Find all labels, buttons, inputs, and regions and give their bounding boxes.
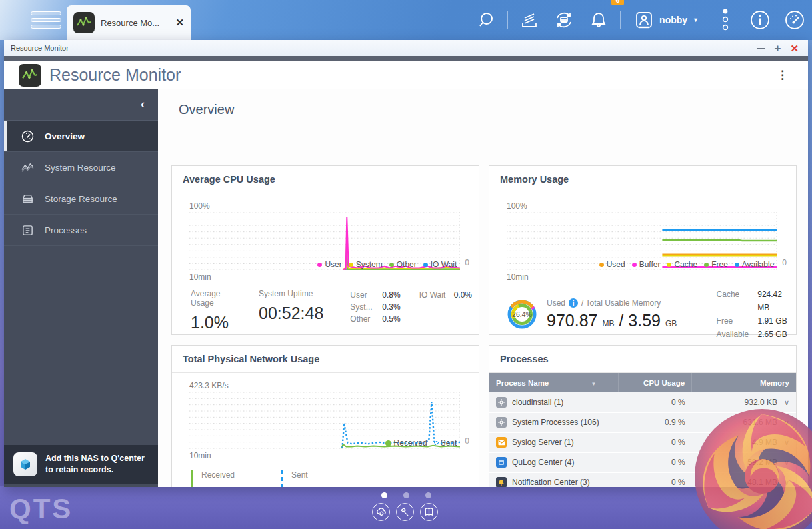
column-header-cpu-usage[interactable]: CPU Usage — [618, 373, 691, 392]
cpu-system-value: 0.3% — [382, 301, 400, 313]
sidebar-item-label: Processes — [45, 225, 87, 235]
app-header: Resource Monitor ⋮ — [4, 61, 808, 89]
legend-cache: Cache — [674, 260, 697, 269]
sidebar-item-overview[interactable]: Overview — [4, 121, 158, 152]
process-memory: 48.1 MB — [747, 478, 777, 487]
column-header-process-name[interactable]: Process Name ▼ — [489, 373, 618, 392]
memory-y-axis-label: 100% — [507, 201, 796, 211]
free-label: Free — [717, 314, 758, 328]
process-name: System Processes (106) — [512, 418, 599, 427]
legend-other: Other — [397, 260, 417, 269]
dashboard-gauge-icon[interactable] — [777, 0, 812, 40]
process-memory: 4.9 MB — [752, 438, 777, 447]
memory-zero-label: 0 — [782, 258, 787, 267]
close-icon[interactable]: ✕ — [790, 43, 799, 53]
myqnapcloud-icon[interactable] — [372, 503, 390, 521]
search-icon[interactable] — [469, 0, 503, 40]
utilities-hammer-icon[interactable] — [396, 503, 414, 521]
sidebar-item-label: System Resource — [45, 163, 116, 173]
memory-panel: Memory Usage 100% 10min Used Buffer Cach… — [489, 165, 797, 335]
notification-badge: 6 — [611, 0, 624, 5]
main-content: Overview Average CPU Usage 100% 10min Us… — [158, 89, 808, 487]
page-dot-1[interactable] — [381, 492, 387, 498]
legend-buffer: Buffer — [639, 260, 661, 269]
sidebar-item-processes[interactable]: Processes — [4, 215, 158, 246]
qcenter-note-line1: Add this NAS to Q'center — [45, 454, 145, 463]
process-row[interactable]: Notification Center (3) 0 % 48.1 MB∨ — [489, 472, 796, 487]
notifications-bell-icon[interactable]: 6 — [581, 0, 616, 40]
memory-info-icon[interactable]: i — [569, 298, 578, 308]
memory-used-caption: Used — [547, 298, 565, 308]
sidebar-item-label: Storage Resource — [45, 194, 117, 204]
free-value: 1.91 GB — [758, 314, 787, 328]
cpu-other-value: 0.5% — [382, 313, 400, 325]
network-panel: Total Physical Network Usage 423.3 KB/s … — [171, 345, 479, 487]
network-y-axis-label: 423.3 KB/s — [189, 381, 479, 390]
page-dot-3[interactable] — [425, 492, 431, 498]
resource-monitor-app-icon — [73, 12, 95, 33]
app-title: Resource Monitor — [49, 65, 771, 85]
window-title: Resource Monitor — [11, 44, 757, 52]
username: nobby — [659, 15, 687, 25]
info-icon[interactable] — [743, 0, 777, 40]
more-options-icon[interactable] — [708, 0, 743, 40]
external-device-sync-icon[interactable] — [547, 0, 581, 40]
process-row[interactable]: System Processes (106) 0.9 % 631.6 MB∨ — [489, 412, 796, 432]
qcenter-banner[interactable]: Add this NAS to Q'center to retain recor… — [4, 445, 158, 484]
memory-donut-chart: 26.4% — [505, 298, 539, 331]
tab-close-icon[interactable]: ✕ — [175, 17, 184, 29]
cpu-iowait-label: IO Wait — [419, 289, 454, 301]
process-row[interactable]: QuLog Center (4) 0 % 59.2 MB∨ — [489, 452, 796, 472]
process-memory: 59.2 MB — [747, 458, 777, 467]
minimize-icon[interactable]: — — [757, 44, 765, 52]
process-memory: 631.6 MB — [743, 418, 777, 427]
cpu-panel-title: Average CPU Usage — [172, 166, 479, 193]
processes-panel-title: Processes — [489, 346, 796, 373]
avg-usage-value: 1.0% — [191, 313, 241, 332]
window-titlebar[interactable]: Resource Monitor — + ✕ — [4, 40, 808, 56]
maximize-icon[interactable]: + — [774, 43, 781, 54]
expand-chevron-icon[interactable]: ∨ — [777, 398, 789, 406]
qcenter-cube-icon — [13, 452, 37, 476]
app-menu-kebab-icon[interactable]: ⋮ — [771, 68, 793, 82]
expand-chevron-icon[interactable]: ∨ — [777, 438, 789, 446]
process-name: Syslog Server (1) — [512, 438, 574, 447]
memory-total-caption: / Total Usable Memory — [581, 298, 661, 308]
sidebar-item-system-resource[interactable]: System Resource — [4, 152, 158, 183]
process-row[interactable]: cloudinstall (1) 0 % 932.0 KB∨ — [489, 392, 796, 412]
process-row[interactable]: Syslog Server (1) 0 % 4.9 MB∨ — [489, 432, 796, 452]
help-book-icon[interactable] — [420, 503, 438, 521]
process-name: Notification Center (3) — [512, 478, 590, 487]
taskbar-divider — [620, 11, 621, 29]
resource-monitor-window: Resource Monitor — + ✕ Resource Monitor … — [4, 40, 808, 487]
page-dot-2[interactable] — [403, 492, 409, 498]
taskbar-divider — [507, 11, 508, 29]
sidebar: ‹ Overview System Resource Storage Resou… — [4, 89, 158, 487]
cpu-y-axis-label: 100% — [189, 201, 479, 211]
expand-chevron-icon[interactable]: ∨ — [777, 458, 789, 466]
process-cpu: 0 % — [618, 452, 691, 472]
column-header-memory[interactable]: Memory — [692, 373, 796, 392]
legend-system: System — [356, 260, 383, 269]
expand-chevron-icon[interactable]: ∨ — [777, 418, 789, 426]
sidebar-collapse-button[interactable]: ‹ — [4, 89, 158, 121]
legend-free: Free — [711, 260, 728, 269]
uptime-value: 00:52:48 — [259, 304, 323, 323]
sidebar-item-label: Overview — [45, 131, 85, 141]
cpu-user-value: 0.8% — [382, 289, 400, 301]
qts-logo: QTS — [9, 493, 73, 525]
qulog-center-icon — [496, 457, 507, 468]
background-tasks-icon[interactable] — [512, 0, 547, 40]
memory-used-unit: MB — [602, 319, 614, 328]
notification-center-icon — [496, 477, 507, 487]
sidebar-item-storage-resource[interactable]: Storage Resource — [4, 183, 158, 215]
process-memory: 932.0 KB — [745, 398, 777, 407]
memory-total-unit: GB — [665, 319, 677, 328]
memory-slash: / — [619, 311, 623, 330]
main-menu-button[interactable] — [31, 11, 61, 29]
user-menu[interactable]: nobby ▼ — [625, 10, 708, 30]
user-caret-icon: ▼ — [693, 17, 699, 23]
taskbar-tab-resource-monitor[interactable]: Resource Mo... ✕ — [67, 5, 191, 40]
process-cpu: 0 % — [618, 392, 691, 412]
expand-chevron-icon[interactable]: ∨ — [777, 478, 789, 486]
